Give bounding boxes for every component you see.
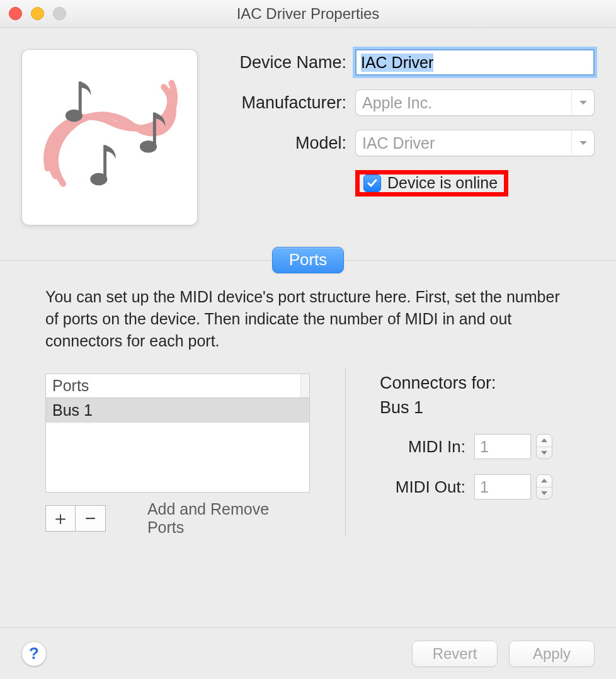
midi-out-stepper[interactable] — [536, 474, 552, 499]
svg-point-1 — [140, 140, 157, 153]
model-combobox[interactable]: IAC Driver — [355, 130, 595, 156]
connectors-section: Connectors for: Bus 1 MIDI In: MIDI Out: — [380, 374, 571, 537]
apply-button[interactable]: Apply — [509, 641, 595, 667]
chevron-down-icon — [537, 488, 552, 499]
svg-point-2 — [90, 173, 107, 186]
device-online-checkbox[interactable]: Device is online — [360, 170, 504, 196]
device-info-pane: Device Name: Manufacturer: Apple Inc. Mo… — [0, 28, 616, 232]
model-label: Model: — [217, 134, 355, 153]
model-value: IAC Driver — [362, 134, 435, 152]
revert-button[interactable]: Revert — [412, 641, 498, 667]
chevron-up-icon — [537, 475, 552, 488]
ports-list-item[interactable]: Bus 1 — [46, 398, 309, 423]
midi-in-stepper[interactable] — [536, 434, 552, 459]
help-icon: ? — [29, 644, 39, 663]
ports-help-text: You can set up the MIDI device's port st… — [45, 286, 571, 352]
svg-point-0 — [66, 110, 83, 122]
window-title: IAC Driver Properties — [0, 5, 616, 23]
add-port-button[interactable]: ＋ — [45, 505, 76, 532]
titlebar: IAC Driver Properties — [0, 0, 616, 28]
device-online-highlight: Device is online — [355, 170, 508, 197]
midi-in-label: MIDI In: — [380, 437, 474, 457]
chevron-down-icon — [537, 447, 552, 459]
manufacturer-value: Apple Inc. — [362, 94, 432, 112]
midi-out-label: MIDI Out: — [380, 477, 474, 497]
ports-list-header-label: Ports — [52, 377, 300, 395]
tab-ports[interactable]: Ports — [272, 247, 345, 273]
ports-listbox[interactable]: Bus 1 — [45, 398, 310, 493]
chevron-up-icon — [537, 435, 552, 447]
device-online-label: Device is online — [387, 174, 498, 192]
minus-icon: − — [85, 508, 96, 529]
connectors-title: Connectors for: — [380, 374, 571, 393]
remove-port-button[interactable]: − — [76, 505, 106, 532]
plus-icon: ＋ — [51, 506, 70, 532]
music-device-icon — [32, 60, 187, 215]
add-remove-ports-label: Add and Remove Ports — [147, 500, 310, 537]
device-name-label: Device Name: — [217, 53, 355, 72]
midi-in-input[interactable] — [474, 434, 531, 459]
device-name-input[interactable] — [355, 49, 595, 76]
manufacturer-label: Manufacturer: — [217, 93, 355, 113]
ports-list-section: Ports Bus 1 ＋ − Add and Remove Ports — [45, 374, 310, 537]
vertical-divider — [345, 367, 346, 537]
help-button[interactable]: ? — [21, 641, 47, 666]
bottom-toolbar: ? Revert Apply — [0, 627, 616, 679]
checkmark-icon — [363, 174, 381, 192]
connectors-for: Bus 1 — [380, 398, 571, 418]
chevron-down-icon — [571, 130, 594, 156]
ports-grid: Ports Bus 1 ＋ − Add and Remove Ports Con… — [45, 374, 571, 537]
device-icon-well[interactable] — [21, 49, 198, 225]
ports-list-header: Ports — [45, 374, 310, 398]
chevron-down-icon — [571, 90, 594, 115]
midi-out-input[interactable] — [474, 474, 531, 499]
device-form: Device Name: Manufacturer: Apple Inc. Mo… — [217, 49, 595, 225]
column-resize-handle[interactable] — [300, 374, 309, 397]
ports-pane: You can set up the MIDI device's port st… — [0, 261, 616, 549]
manufacturer-combobox[interactable]: Apple Inc. — [355, 89, 595, 116]
